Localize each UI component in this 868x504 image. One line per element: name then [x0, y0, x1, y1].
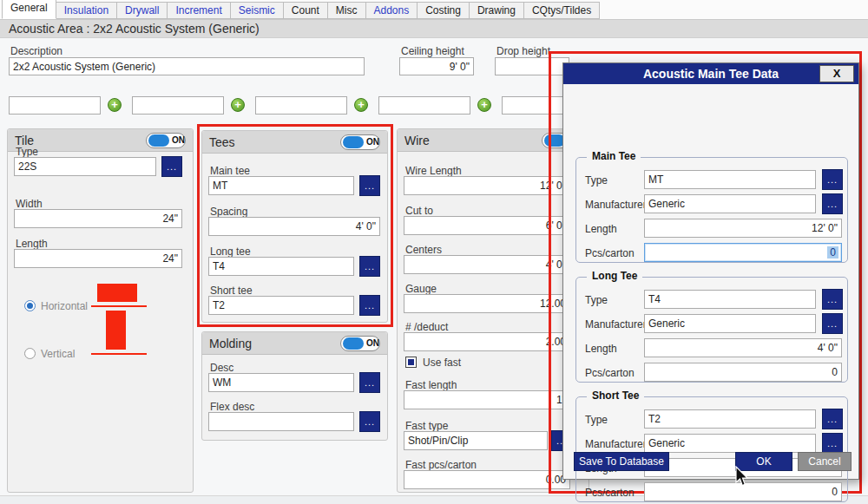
molding-panel-header: Molding ON: [202, 332, 387, 355]
add-icon[interactable]: +: [477, 98, 491, 112]
short-tee-group-title: Short Tee: [587, 389, 644, 402]
deduct-input[interactable]: [404, 332, 570, 351]
cut-to-input[interactable]: [404, 216, 570, 235]
flex-desc-input[interactable]: [208, 412, 354, 431]
use-fast-checkbox[interactable]: [405, 357, 417, 368]
fast-length-label: Fast length: [405, 379, 457, 391]
long-tee-input[interactable]: [208, 257, 354, 276]
drop-height-input[interactable]: [495, 57, 569, 75]
flex-desc-ellipsis-button[interactable]: ...: [359, 411, 380, 432]
long-tee-group-title: Long Tee: [587, 270, 642, 282]
deduct-label: # /deduct: [405, 321, 448, 333]
main-tee-type-input[interactable]: [644, 170, 816, 189]
gauge-label: Gauge: [405, 283, 437, 295]
tab-drywall[interactable]: Drywall: [116, 2, 168, 19]
cut-to-label: Cut to: [405, 205, 433, 217]
main-tee-manufacturer-ellipsis-button[interactable]: ...: [822, 193, 843, 214]
fast-length-input[interactable]: [404, 390, 570, 409]
main-tee-type-ellipsis-button[interactable]: ...: [822, 169, 843, 190]
vertical-radio[interactable]: [24, 348, 36, 359]
pcs-carton-label: Pcs/carton: [585, 487, 635, 499]
tab-seismic[interactable]: Seismic: [230, 2, 284, 19]
ok-button[interactable]: OK: [735, 452, 792, 471]
fast-pcs-input[interactable]: [404, 470, 570, 489]
tab-increment[interactable]: Increment: [167, 2, 230, 19]
long-tee-length-input[interactable]: [644, 338, 842, 357]
description-input[interactable]: [9, 57, 365, 75]
tab-misc[interactable]: Misc: [327, 2, 366, 19]
type-label: Type: [585, 174, 608, 187]
checkmark-icon: [408, 359, 414, 365]
tile-length-input[interactable]: [14, 249, 182, 268]
toggle-knob-icon: [343, 136, 364, 148]
short-tee-type-input[interactable]: [644, 409, 816, 429]
molding-panel-title: Molding: [209, 337, 252, 350]
molding-desc-label: Desc: [210, 362, 233, 374]
tile-toggle[interactable]: ON: [146, 133, 186, 148]
gauge-input[interactable]: [404, 294, 570, 313]
add-icon[interactable]: +: [231, 98, 245, 112]
ceiling-height-input[interactable]: [399, 57, 474, 75]
short-tee-ellipsis-button[interactable]: ...: [359, 295, 380, 316]
tile-type-ellipsis-button[interactable]: ...: [161, 156, 182, 177]
main-tee-pcs-carton-input[interactable]: 0: [644, 243, 842, 262]
main-tee-input[interactable]: [208, 176, 354, 195]
tab-drawing[interactable]: Drawing: [469, 2, 524, 19]
long-tee-pcs-carton-input[interactable]: [644, 363, 842, 382]
quick-add-input-2[interactable]: [132, 96, 224, 115]
wire-length-label: Wire Length: [405, 165, 462, 177]
tab-count[interactable]: Count: [283, 2, 328, 19]
main-tee-ellipsis-button[interactable]: ...: [359, 175, 380, 196]
long-tee-type-input[interactable]: [644, 290, 816, 309]
molding-desc-ellipsis-button[interactable]: ...: [359, 372, 380, 393]
vertical-tile-graphic: [106, 311, 126, 350]
long-tee-type-ellipsis-button[interactable]: ...: [822, 289, 843, 310]
tab-addons[interactable]: Addons: [365, 2, 418, 19]
long-tee-manufacturer-input[interactable]: [644, 314, 816, 333]
tile-type-input[interactable]: [14, 157, 156, 176]
quick-add-input-4[interactable]: [378, 96, 470, 115]
centers-label: Centers: [405, 244, 442, 256]
short-tee-input[interactable]: [208, 296, 354, 315]
tab-general[interactable]: General: [2, 0, 56, 19]
fast-type-input[interactable]: [404, 431, 548, 450]
tab-costing[interactable]: Costing: [417, 2, 470, 19]
drop-height-label: Drop height: [496, 45, 550, 57]
quick-add-input-1[interactable]: [9, 96, 101, 115]
tees-toggle[interactable]: ON: [340, 134, 380, 150]
short-tee-manufacturer-input[interactable]: [644, 434, 816, 453]
tile-width-input[interactable]: [14, 209, 182, 228]
long-tee-manufacturer-ellipsis-button[interactable]: ...: [822, 313, 843, 334]
main-tee-manufacturer-input[interactable]: [644, 194, 816, 213]
add-icon[interactable]: +: [354, 98, 368, 112]
cancel-button[interactable]: Cancel: [798, 452, 852, 471]
molding-toggle[interactable]: ON: [340, 336, 380, 351]
horizontal-radio[interactable]: [24, 300, 36, 311]
add-icon[interactable]: +: [108, 98, 122, 112]
spacing-input[interactable]: [208, 217, 380, 236]
wire-length-input[interactable]: [404, 176, 570, 195]
type-label: Type: [585, 414, 608, 426]
centers-input[interactable]: [404, 255, 570, 274]
fast-type-label: Fast type: [405, 420, 448, 432]
tab-bar: General Insulation Drywall Increment Sei…: [0, 0, 868, 20]
short-tee-pcs-carton-input[interactable]: [644, 482, 842, 501]
wire-panel-header: Wire ON: [398, 129, 589, 152]
tees-panel-header: Tees ON: [202, 131, 387, 154]
quick-add-input-3[interactable]: [255, 96, 347, 115]
long-tee-label: Long tee: [210, 245, 251, 258]
manufacturer-label: Manufacturer: [585, 199, 647, 211]
tab-cqtys-tildes[interactable]: CQtys/Tildes: [523, 2, 600, 19]
tab-insulation[interactable]: Insulation: [56, 2, 117, 19]
short-tee-type-ellipsis-button[interactable]: ...: [822, 409, 843, 429]
save-to-database-button[interactable]: Save To Database: [574, 452, 669, 471]
main-tee-group: Main Tee Type ... Manufacturer ... Lengt…: [575, 157, 848, 263]
long-tee-ellipsis-button[interactable]: ...: [359, 256, 380, 277]
toggle-knob-icon: [343, 337, 364, 350]
short-tee-manufacturer-ellipsis-button[interactable]: ...: [822, 433, 843, 454]
molding-desc-input[interactable]: [208, 373, 354, 392]
close-icon[interactable]: X: [819, 65, 854, 82]
horizontal-tile-graphic: [97, 284, 137, 302]
manufacturer-label: Manufacturer: [585, 318, 647, 331]
main-tee-length-input[interactable]: [644, 219, 842, 238]
